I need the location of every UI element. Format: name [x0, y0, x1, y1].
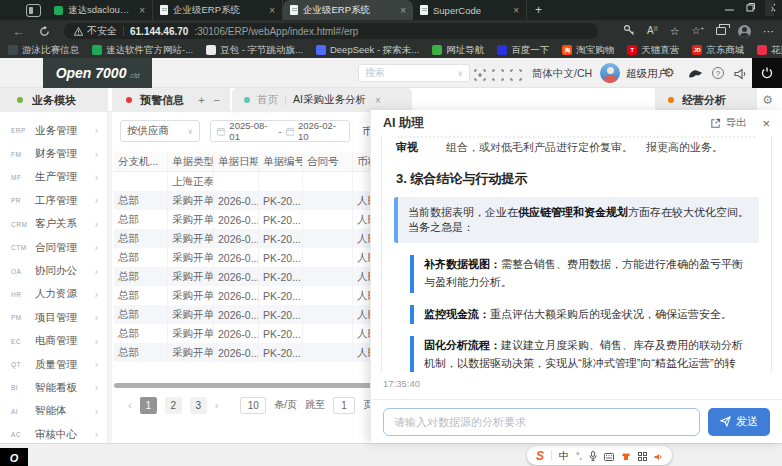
global-search-input[interactable]: 搜索 ∨ [358, 64, 470, 82]
send-button[interactable]: 发送 [708, 408, 770, 436]
microphone-icon[interactable] [589, 447, 597, 465]
language-switcher[interactable]: 简体中文/CH [532, 58, 592, 88]
chevron-right-icon: › [95, 149, 98, 160]
sidebar-item[interactable]: CTM 合同管理 › [0, 236, 107, 259]
favorites-icon[interactable]: ☆ [670, 25, 680, 38]
password-key-icon[interactable] [623, 24, 635, 38]
sidebar-item[interactable]: ERP 业务管理 › [0, 119, 107, 142]
col-doc-date[interactable]: 单据日期 [214, 152, 259, 171]
page-button-2[interactable]: 2 [165, 397, 182, 414]
security-warning[interactable]: 不安全 [74, 24, 117, 38]
read-aloud-icon[interactable]: A)) [647, 25, 658, 36]
chevron-down-icon[interactable]: ∨ [457, 69, 463, 78]
tab-alerts[interactable]: 预警信息 +− [112, 88, 230, 112]
page-tab-bar: 首页 AI采购业务分析 × [232, 88, 412, 112]
bookmark-item[interactable]: 网址导航 [432, 44, 484, 57]
add-favorite-icon[interactable]: ☆+ [692, 25, 704, 36]
sidebar-item[interactable]: FM 财务管理 › [0, 142, 107, 165]
page-button-3[interactable]: 3 [190, 397, 207, 414]
bookmark-item[interactable]: T 天猫直营 [627, 44, 679, 57]
message-bird-icon[interactable] [688, 66, 703, 84]
browser-tab-3-active[interactable]: 企业级ERP系统 × [283, 0, 413, 20]
back-icon[interactable]: ← [12, 24, 25, 39]
sogou-logo-icon[interactable]: S [536, 449, 544, 463]
expand-icon[interactable] [510, 67, 522, 85]
tab-home[interactable]: 首页 [257, 93, 278, 107]
sidebar-item[interactable]: PR 工序管理 › [0, 189, 107, 212]
sidebar-item[interactable]: CRM 客户关系 › [0, 213, 107, 236]
ai-message-area[interactable]: 审视 组合，或对低毛利产品进行定价复审。 报更高的业务。 3. 综合结论与行动提… [371, 136, 782, 372]
sidebar-item[interactable]: QT 质量管理 › [0, 353, 107, 376]
toolbox-grid-icon[interactable] [638, 447, 647, 465]
close-panel-icon[interactable]: × [762, 116, 770, 131]
ime-chinese-mode[interactable]: 中 [559, 449, 569, 463]
ai-prompt-input[interactable] [383, 408, 700, 436]
browser-tab-4[interactable]: SuperCode × [413, 0, 527, 20]
refresh-icon[interactable] [39, 26, 50, 37]
group-by-select[interactable]: 按供应商 ∨ [120, 120, 200, 142]
tab-close-icon[interactable]: × [400, 5, 406, 16]
fullscreen-icon[interactable] [492, 67, 504, 85]
divider [285, 95, 286, 106]
tab-ai-purchase-analysis[interactable]: AI采购业务分析 [293, 93, 366, 107]
cell-doc-type: 采购开单 [168, 305, 214, 324]
bookmark-item[interactable]: DeepSeek - 探索未... [316, 44, 419, 57]
user-avatar[interactable] [600, 63, 620, 83]
sidebar-item[interactable]: HR 人力资源 › [0, 283, 107, 306]
help-icon[interactable]: ? [712, 67, 724, 79]
sidebar-item[interactable]: OA 协同办公 › [0, 259, 107, 282]
sidebar-item[interactable]: AI 智能体 › [0, 400, 107, 423]
tab-close-icon[interactable]: × [269, 5, 275, 16]
maximize-icon[interactable] [746, 3, 755, 12]
logout-power-button[interactable] [752, 58, 782, 88]
tab-business-analysis[interactable]: 经营分析 [655, 88, 757, 112]
minimize-icon[interactable] [725, 3, 734, 12]
bookmark-item[interactable]: 百度一下 [497, 44, 549, 57]
bookmark-item[interactable]: 花瓣网 - 陪你做生... [757, 44, 782, 57]
scan-crosshair-icon[interactable] [474, 67, 486, 85]
more-menu-icon[interactable]: ⋯ [763, 25, 774, 38]
settings-gear-icon[interactable]: ⚙ [663, 58, 675, 88]
tab-search-icon[interactable] [26, 4, 41, 17]
skin-shirt-icon[interactable] [621, 447, 631, 465]
sidebar-item[interactable]: PM 项目管理 › [0, 306, 107, 329]
tab-close-icon[interactable]: × [513, 5, 519, 16]
col-doc-no[interactable]: 单据编号 [259, 152, 303, 171]
date-range-picker[interactable]: 2025-08-01 - 2026-02-10 [210, 120, 350, 142]
zoom-in-icon[interactable]: + [198, 94, 204, 106]
sidebar-item[interactable]: EC 电商管理 › [0, 330, 107, 353]
col-contract-no[interactable]: 合同号 [303, 152, 353, 171]
collections-icon[interactable] [716, 27, 726, 35]
bookmarks-overflow-icon[interactable]: › [765, 0, 774, 16]
bookmark-item[interactable]: 淘 淘宝购物 [562, 44, 614, 57]
announcement-horn-icon[interactable] [734, 66, 747, 84]
username-label[interactable]: 超级用户 [626, 58, 668, 88]
browser-tab-1[interactable]: 速达sdacloud-速达云软件 × [47, 0, 153, 20]
bookmark-item[interactable]: 游泳比赛信息 [8, 44, 79, 57]
browser-tab-2[interactable]: 企业级ERP系统 × [153, 0, 283, 20]
bookmark-item[interactable]: 速达软件官方网站-... [92, 44, 193, 57]
next-page-icon[interactable]: › [215, 399, 219, 411]
export-button[interactable]: 导出 [710, 116, 746, 130]
prev-page-icon[interactable]: ‹ [128, 399, 132, 411]
page-size-select[interactable]: 10 [240, 397, 266, 414]
col-branch[interactable]: 分支机... [114, 152, 168, 171]
page-button-1[interactable]: 1 [140, 397, 157, 414]
ime-punctuation-icon[interactable]: °, [576, 451, 582, 461]
sidebar-header-modules[interactable]: 业务模块 [0, 88, 108, 112]
jump-page-input[interactable]: 1 [333, 397, 355, 414]
bookmark-item[interactable]: JD 京东商城 [692, 44, 744, 57]
sidebar-item[interactable]: BI 智能看板 › [0, 376, 107, 399]
new-tab-icon[interactable]: + [535, 3, 542, 17]
tab-settings-gear-icon[interactable]: ⚙ [762, 88, 773, 112]
tab-close-icon[interactable]: × [139, 5, 145, 16]
ime-horn-icon[interactable] [654, 447, 663, 465]
soft-keyboard-icon[interactable] [604, 447, 614, 465]
col-doc-type[interactable]: 单据类型 [168, 152, 214, 171]
profile-avatar[interactable] [738, 25, 751, 38]
zoom-out-icon[interactable]: − [214, 94, 220, 106]
close-tab-icon[interactable]: × [375, 95, 381, 106]
sidebar-item[interactable]: MF 生产管理 › [0, 166, 107, 189]
bookmark-item[interactable]: 豆包 - 字节跳动旗... [206, 44, 303, 57]
address-bar[interactable]: 不安全 61.144.46.70:30106/ERP/webApp/index.… [64, 23, 598, 39]
